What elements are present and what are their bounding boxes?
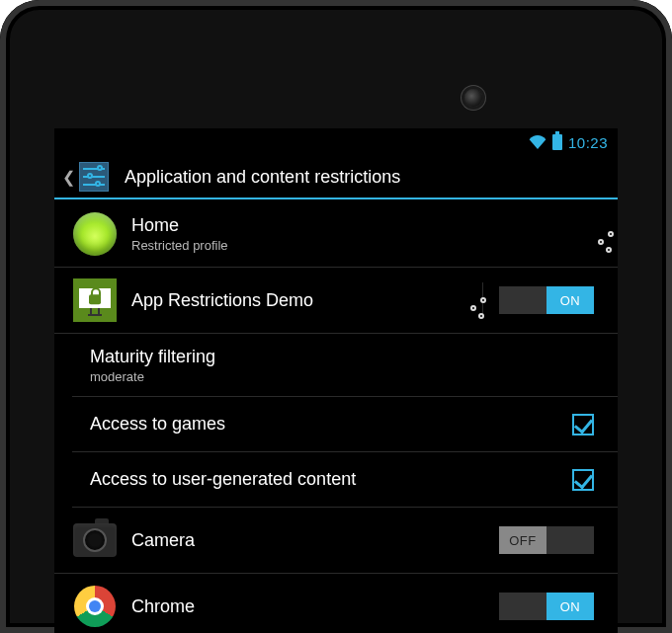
row-chrome-title: Chrome xyxy=(131,596,195,617)
camera-app-icon xyxy=(72,517,118,563)
app-restrictions-demo-icon xyxy=(72,277,118,323)
row-access-ugc[interactable]: Access to user-generated content xyxy=(72,452,618,508)
row-ard-title: App Restrictions Demo xyxy=(131,290,313,311)
row-app-restrictions-demo[interactable]: App Restrictions Demo ON xyxy=(54,268,618,334)
settings-list: Home Restricted profile App Restrictions… xyxy=(54,201,618,633)
checkbox-access-games[interactable] xyxy=(572,414,594,435)
status-bar: 10:23 xyxy=(54,128,618,156)
row-chrome[interactable]: Chrome ON xyxy=(54,574,618,633)
back-button[interactable]: ❮ xyxy=(62,162,115,192)
settings-sliders-icon xyxy=(79,162,109,192)
toggle-chrome[interactable]: ON xyxy=(499,593,594,620)
row-access-games[interactable]: Access to games xyxy=(72,397,618,452)
toggle-label: ON xyxy=(546,286,594,314)
row-home[interactable]: Home Restricted profile xyxy=(54,201,618,268)
home-avatar-icon xyxy=(72,211,118,257)
row-maturity-title: Maturity filtering xyxy=(90,347,215,367)
wifi-icon xyxy=(529,135,546,149)
row-camera[interactable]: Camera OFF xyxy=(54,508,618,574)
row-camera-title: Camera xyxy=(131,530,195,551)
chrome-app-icon xyxy=(72,584,118,629)
row-home-subtitle: Restricted profile xyxy=(131,238,228,253)
row-ugc-title: Access to user-generated content xyxy=(90,469,356,490)
row-games-title: Access to games xyxy=(90,414,225,435)
chevron-left-icon: ❮ xyxy=(62,168,75,187)
battery-icon xyxy=(552,134,562,150)
page-title: Application and content restrictions xyxy=(125,167,400,188)
row-maturity-filtering[interactable]: Maturity filtering moderate xyxy=(72,334,618,397)
screen: 10:23 ❮ Application and content restrict… xyxy=(54,128,618,633)
toggle-camera[interactable]: OFF xyxy=(499,526,594,554)
toggle-label: ON xyxy=(546,593,594,620)
toggle-label: OFF xyxy=(499,526,546,554)
row-maturity-subtitle: moderate xyxy=(90,369,215,384)
device-frame: 10:23 ❮ Application and content restrict… xyxy=(0,0,672,633)
action-bar: ❮ Application and content restrictions xyxy=(54,156,618,199)
status-time: 10:23 xyxy=(568,134,608,151)
checkbox-access-ugc[interactable] xyxy=(572,469,594,491)
row-home-title: Home xyxy=(131,215,228,236)
toggle-app-restrictions-demo[interactable]: ON xyxy=(499,286,594,314)
device-camera xyxy=(464,89,482,107)
